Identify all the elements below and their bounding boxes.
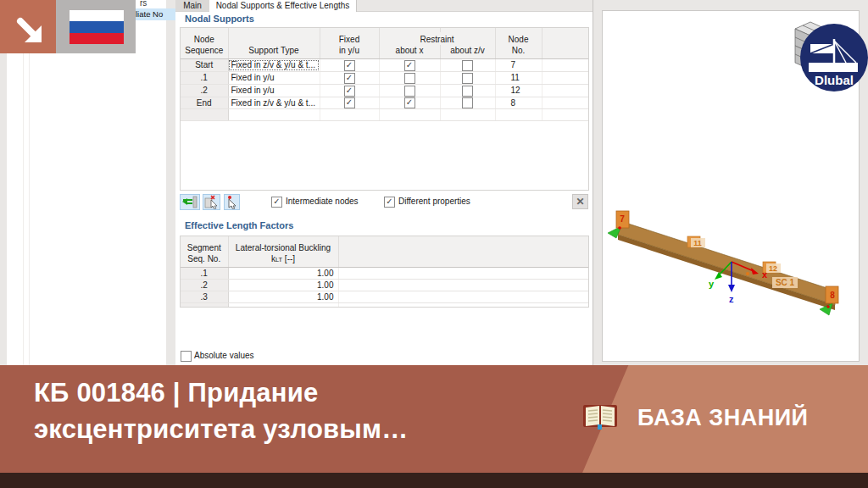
fixed-yu-cell[interactable]: ✓ (320, 59, 379, 72)
col-fixed: Fixed (320, 32, 379, 45)
fixed-yu-cell[interactable]: ✓ (320, 97, 379, 109)
banner-bottom-strip (0, 473, 868, 488)
about-zv-cell[interactable] (440, 84, 495, 97)
table-row-1: .1 Fixed in y/u ✓ 11 (181, 71, 588, 84)
table-row-empty (181, 303, 588, 308)
close-panel-button[interactable]: ✕ (572, 194, 588, 209)
checkbox[interactable] (462, 86, 473, 97)
about-zv-cell[interactable] (440, 71, 495, 84)
table-header-row: Sequence Support Type in y/u about x abo… (181, 45, 588, 59)
checkbox[interactable]: ✓ (404, 97, 415, 108)
arrow-down-right-icon (0, 0, 56, 53)
axis-x-label: x (762, 269, 768, 280)
checkbox[interactable]: ✓ (344, 97, 355, 108)
node-label-7: 7 (620, 214, 625, 224)
tab-nodal-supports[interactable]: Nodal Supports & Effective Lengths (209, 0, 357, 12)
checkbox[interactable]: ✓ (344, 60, 355, 71)
svg-text:Dlubal: Dlubal (815, 73, 854, 87)
node-no-cell: 11 (495, 71, 542, 84)
dlubal-logo[interactable]: Dlubal (800, 24, 868, 92)
highlighted-list-item[interactable]: liate No (136, 8, 175, 20)
axis-y-label: y (709, 279, 715, 289)
col-klt: kLT [--] (228, 253, 338, 268)
about-x-cell[interactable]: ✓ (379, 97, 440, 109)
support-type-cell[interactable]: Fixed in z/v & y/u & t... (228, 97, 320, 109)
checkbox[interactable] (462, 73, 473, 84)
left-panel: rs liate No (0, 0, 175, 365)
checkbox[interactable]: ✓ (344, 73, 355, 84)
background-text-fragment: rs (140, 0, 147, 8)
col-node-no: Node (495, 32, 542, 45)
left-subpanel (7, 0, 166, 365)
col-node: Node (181, 32, 228, 45)
checkbox[interactable] (404, 73, 415, 84)
cursor-pick-icon (225, 195, 239, 209)
absolute-values-label: Absolute values (194, 351, 254, 361)
segment-label-sc1: SC 1 (776, 278, 795, 287)
video-overlay-arrow-tile (0, 0, 56, 53)
edit-support-button[interactable] (180, 194, 200, 210)
checkbox[interactable] (404, 86, 415, 97)
node-sequence-cell: .1 (181, 71, 228, 84)
node-no-cell: 7 (495, 59, 542, 72)
table-header-row: Segment Lateral-torsional Buckling (181, 241, 588, 253)
table-row-seg1: .1 1.00 (181, 268, 588, 280)
klt-value-cell[interactable]: 1.00 (228, 280, 338, 291)
col-sequence: Sequence (181, 45, 228, 59)
video-title-banner: КБ 001846 | Придание эксцентриситета узл… (0, 365, 868, 473)
col-no: No. (495, 45, 542, 59)
different-properties-label: Different properties (398, 197, 470, 207)
node-sequence-cell: .2 (181, 84, 228, 97)
axis-z-label: z (729, 294, 734, 304)
node-label-12: 12 (769, 264, 777, 273)
effective-lengths-section-title: Effective Length Factors (185, 220, 293, 230)
support-type-cell[interactable]: Fixed in y/u (228, 71, 320, 84)
segment-cell: .1 (181, 268, 228, 280)
node-label-11: 11 (693, 239, 702, 247)
different-properties-checkbox[interactable]: ✓ (384, 197, 395, 208)
russian-flag-icon (70, 10, 124, 44)
dialog-tabstrip: Main Nodal Supports & Effective Lengths (175, 0, 593, 12)
table-header-row: Node Fixed Restraint Node (181, 32, 588, 45)
node-label-8: 8 (830, 291, 835, 300)
checkbox[interactable] (462, 60, 473, 71)
nodal-supports-table: Node Fixed Restraint Node Sequence Suppo… (180, 27, 589, 191)
delete-support-button[interactable] (203, 194, 220, 210)
checkbox[interactable]: ✓ (344, 86, 355, 97)
nodal-supports-section-title: Nodal Supports (185, 14, 254, 24)
open-book-icon (583, 402, 617, 430)
checkbox[interactable] (462, 97, 473, 108)
panel-divider (23, 0, 24, 365)
about-x-cell[interactable]: ✓ (379, 59, 440, 72)
intermediate-nodes-checkbox[interactable]: ✓ (271, 197, 282, 208)
table-row-seg3: .3 1.00 (181, 291, 588, 303)
effective-lengths-table: Segment Lateral-torsional Buckling Seq. … (180, 236, 589, 308)
support-type-cell[interactable]: Fixed in y/u (228, 84, 320, 97)
table-row-end: End Fixed in z/v & y/u & t... ✓ ✓ 8 (181, 97, 588, 109)
klt-value-cell[interactable]: 1.00 (228, 268, 338, 280)
table-row-empty (181, 109, 588, 121)
col-in-yu: in y/u (320, 45, 379, 59)
table-row-2: .2 Fixed in y/u ✓ 12 (181, 84, 588, 97)
panel-divider (29, 0, 30, 365)
knowledge-base-label: БАЗА ЗНАНИЙ (637, 405, 809, 431)
col-support-type: Support Type (228, 45, 320, 59)
about-x-cell[interactable] (379, 71, 440, 84)
fixed-yu-cell[interactable]: ✓ (320, 84, 379, 97)
node-sequence-cell: Start (181, 59, 228, 72)
fixed-yu-cell[interactable]: ✓ (320, 71, 379, 84)
intermediate-nodes-label: Intermediate nodes (286, 197, 359, 207)
language-overlay-tile (56, 0, 136, 53)
absolute-values-checkbox[interactable] (181, 351, 192, 362)
checkbox[interactable]: ✓ (404, 60, 415, 71)
about-zv-cell[interactable] (440, 97, 495, 109)
pick-nodes-button[interactable] (224, 194, 240, 210)
support-type-cell[interactable]: Fixed in z/v & y/u & t... (228, 59, 320, 72)
about-x-cell[interactable] (379, 84, 440, 97)
klt-value-cell[interactable]: 1.00 (228, 291, 338, 303)
col-ltb: Lateral-torsional Buckling (228, 241, 338, 253)
table-row-seg2: .2 1.00 (181, 280, 588, 291)
tab-main[interactable]: Main (175, 0, 210, 11)
delete-support-icon (203, 195, 220, 209)
about-zv-cell[interactable] (440, 59, 495, 72)
